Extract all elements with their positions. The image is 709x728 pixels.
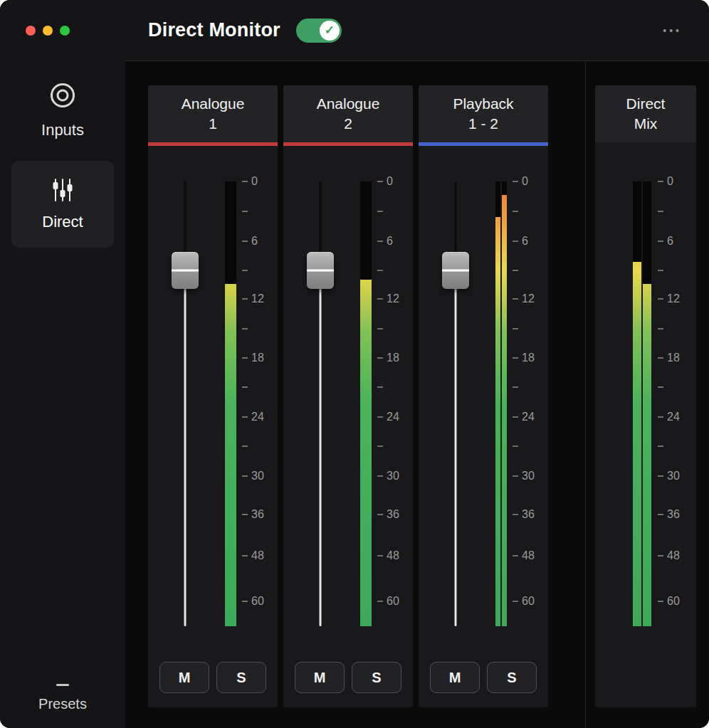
- mute-solo-row: M S: [419, 662, 548, 693]
- level-meter-stereo: [633, 181, 651, 626]
- meter-bar: [502, 181, 507, 626]
- level-meter: [225, 181, 236, 626]
- volume-fader: [441, 181, 470, 626]
- zoom-button[interactable]: [60, 26, 70, 36]
- db-scale-mark: 18: [658, 352, 680, 364]
- db-scale-mark: 0: [658, 176, 673, 187]
- db-scale-mark: 6: [658, 236, 673, 247]
- db-scale-mark: 48: [513, 550, 535, 561]
- db-scale-minor-tick: [242, 211, 251, 212]
- channel-name: Analogue 2: [283, 85, 413, 142]
- channel-name: Direct Mix: [595, 85, 696, 142]
- presets-label: Presets: [38, 696, 87, 712]
- meter-bar: [225, 181, 236, 626]
- channel-name-line: Direct: [626, 94, 666, 114]
- volume-fader: [306, 181, 335, 626]
- fader-handle[interactable]: [442, 252, 469, 289]
- fader-handle[interactable]: [172, 252, 199, 289]
- db-scale-mark: 24: [377, 411, 399, 423]
- db-scale-mark: 48: [658, 550, 680, 561]
- sidebar-item-label: Direct: [42, 213, 83, 231]
- db-scale-mark: 12: [658, 293, 680, 305]
- db-scale-mark: 0: [377, 176, 393, 187]
- toggle-knob-check-icon: ✓: [320, 21, 340, 41]
- close-button[interactable]: [26, 26, 36, 36]
- channel-name-line: Playback: [453, 94, 513, 114]
- header-bar: Direct Monitor ✓ •••: [125, 0, 709, 61]
- meter-bar: [360, 181, 372, 626]
- db-scale-minor-tick: [658, 445, 667, 447]
- db-scale-minor-tick: [377, 328, 387, 329]
- mute-solo-row: M S: [148, 662, 278, 693]
- db-scale-minor-tick: [658, 328, 667, 329]
- sidebar-item-direct[interactable]: Direct: [11, 161, 114, 248]
- app-window: Inputs Direct: [0, 0, 709, 728]
- meter-bar: [643, 181, 651, 626]
- db-scale-mark: 6: [242, 236, 258, 247]
- fader-handle[interactable]: [307, 252, 334, 289]
- db-scale-mark: 60: [377, 596, 399, 607]
- inputs-icon: [47, 80, 78, 114]
- db-scale-mark: 36: [242, 509, 264, 520]
- db-scale-mark: 6: [377, 236, 393, 247]
- db-scale-minor-tick: [242, 270, 251, 271]
- db-scale-mark: 0: [242, 176, 258, 187]
- level-meter: [360, 181, 372, 626]
- db-scale-mark: 60: [658, 596, 680, 607]
- db-scale-mark: 30: [377, 470, 399, 482]
- db-scale: 0612182430364860: [242, 181, 276, 626]
- db-scale-minor-tick: [377, 211, 387, 212]
- db-scale-mark: 30: [513, 470, 535, 482]
- mute-button[interactable]: M: [159, 662, 209, 693]
- mute-button[interactable]: M: [295, 662, 345, 693]
- db-scale-minor-tick: [513, 445, 522, 447]
- solo-button[interactable]: S: [487, 662, 537, 693]
- db-scale-minor-tick: [513, 211, 522, 212]
- mute-button[interactable]: M: [430, 662, 480, 693]
- db-scale-mark: 30: [242, 470, 264, 482]
- direct-monitor-toggle[interactable]: ✓: [296, 19, 342, 43]
- db-scale-minor-tick: [377, 445, 387, 447]
- db-scale-minor-tick: [513, 328, 522, 329]
- sidebar-item-inputs[interactable]: Inputs: [0, 80, 125, 139]
- db-scale-minor-tick: [658, 211, 667, 212]
- channel-body: 0612182430364860 M S: [148, 146, 278, 707]
- traffic-lights: [0, 0, 125, 36]
- channel-name: Playback 1 - 2: [419, 85, 548, 142]
- channel-name: Analogue 1: [148, 85, 278, 142]
- db-scale-mark: 36: [377, 509, 399, 520]
- db-scale-mark: 24: [242, 411, 264, 423]
- channel-name-line: Analogue: [317, 94, 380, 114]
- sidebar-item-label: Inputs: [41, 121, 84, 139]
- db-scale-mark: 60: [242, 596, 264, 607]
- channel-strip-playback-1-2: Playback 1 - 2 0612182430364860 M S: [419, 85, 548, 707]
- sidebar-item-presets[interactable]: Presets: [0, 684, 125, 712]
- fader-track-lower: [455, 270, 457, 626]
- db-scale-mark: 48: [242, 550, 264, 561]
- vertical-divider: [585, 61, 586, 728]
- channel-body: 0612182430364860: [595, 142, 696, 707]
- db-scale: 0612182430364860: [658, 181, 692, 626]
- channel-name-line: Analogue: [182, 94, 245, 114]
- channel-strip-analogue-2: Analogue 2 0612182430364860 M S: [283, 85, 413, 707]
- minimize-button[interactable]: [43, 26, 53, 36]
- solo-button[interactable]: S: [352, 662, 401, 693]
- channel-name-line: 1: [209, 114, 217, 134]
- solo-button[interactable]: S: [216, 662, 266, 693]
- channel-name-line: Mix: [634, 114, 658, 134]
- channel-name-line: 2: [344, 114, 352, 134]
- db-scale-minor-tick: [242, 328, 251, 329]
- db-scale-mark: 60: [513, 596, 535, 607]
- db-scale-minor-tick: [513, 386, 522, 388]
- db-scale-minor-tick: [242, 445, 251, 447]
- channel-strips: Analogue 1 0612182430364860 M S: [148, 85, 548, 707]
- db-scale-minor-tick: [658, 270, 667, 271]
- db-scale-mark: 48: [377, 550, 399, 561]
- db-scale-mark: 12: [513, 293, 535, 305]
- overflow-menu-button[interactable]: •••: [663, 25, 682, 36]
- db-scale-mark: 0: [513, 176, 528, 187]
- fader-handle-line: [442, 270, 469, 272]
- db-scale-minor-tick: [242, 386, 251, 388]
- db-scale: 0612182430364860: [513, 181, 547, 626]
- direct-mix-panel: Direct Mix 0612182430364860: [595, 85, 696, 707]
